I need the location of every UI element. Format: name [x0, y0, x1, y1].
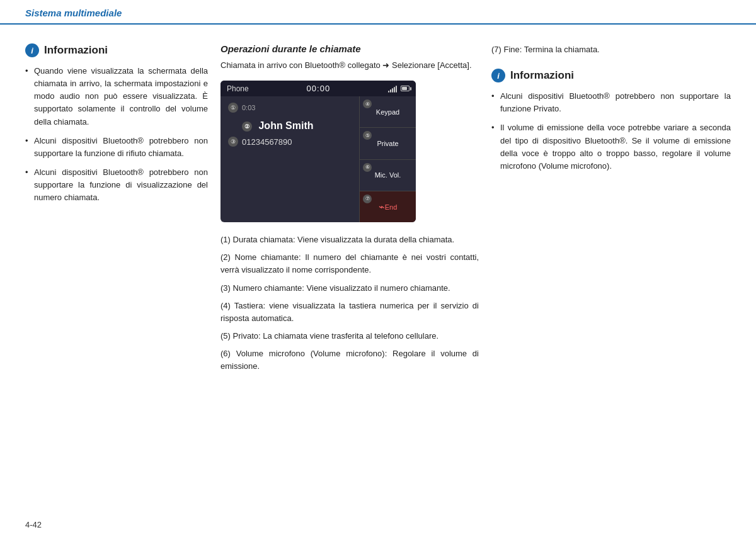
phone-caller-name: ② John Smith — [242, 120, 352, 132]
page-header: Sistema multimediale — [0, 0, 756, 25]
item-6-text: Volume microfono (Volume microfono): Reg… — [220, 349, 479, 371]
phone-btn-end[interactable]: ⑦ ⌁ End — [360, 191, 416, 222]
left-bullet-2: Alcuni dispositivi Bluetooth® potrebbero… — [25, 135, 208, 160]
left-bullet-3: Alcuni dispositivi Bluetooth® potrebbero… — [25, 166, 208, 204]
info-icon-left: i — [25, 43, 39, 57]
item-2-text: Nome chiamante: Il numero del chiamante … — [220, 252, 479, 274]
right-info-title: Informazioni — [510, 69, 574, 82]
right-column: (7) Fine: Termina la chiamata. i Informa… — [491, 43, 731, 378]
phone-body: ① 0:03 ② John Smith ③ 01234567890 ④ — [220, 96, 416, 222]
middle-column: Operazioni durante le chiamate Chiamata … — [220, 43, 491, 378]
item-5-text: Privato: La chiamata viene trasferita al… — [233, 331, 439, 341]
numbered-item-2: (2) Nome chiamante: Il numero del chiama… — [220, 251, 479, 276]
phone-caller-number: ③ 01234567890 — [228, 137, 352, 147]
item-6-num: (6) — [220, 349, 231, 358]
phone-screen-header: Phone 00:00 — [220, 81, 416, 96]
phone-left-panel: ① 0:03 ② John Smith ③ 01234567890 — [220, 96, 359, 222]
left-bullet-list: Quando viene visualizzata la schermata d… — [25, 65, 208, 204]
page-footer: 4-42 — [25, 520, 42, 529]
left-info-box-title: i Informazioni — [25, 43, 208, 57]
circle-num-1: ① — [228, 103, 238, 113]
item-3-text: Numero chiamante: Viene visualizzato il … — [233, 283, 450, 293]
battery-icon — [401, 86, 410, 91]
right-bullet-2: Il volume di emissione della voce potreb… — [491, 121, 731, 172]
numbered-item-4: (4) Tastiera: viene visualizzata la tast… — [220, 300, 479, 325]
info-icon-right: i — [491, 69, 505, 82]
left-column: i Informazioni Quando viene visualizzata… — [25, 43, 220, 378]
phone-btn-keypad[interactable]: ④ Keypad — [360, 96, 416, 128]
right-bullet-list: Alcuni dispositivi Bluetooth® potrebbero… — [491, 90, 731, 172]
numbered-item-1: (1) Durata chiamata: Viene visualizzata … — [220, 234, 479, 246]
item-1-text: Durata chiamata: Viene visualizzata la d… — [233, 235, 455, 244]
item-5-num: (5) — [220, 331, 231, 341]
numbered-list: (1) Durata chiamata: Viene visualizzata … — [220, 234, 479, 373]
circle-num-3: ③ — [228, 137, 238, 147]
phone-label: Phone — [227, 84, 249, 93]
phone-btn-private[interactable]: ⑤ Private — [360, 128, 416, 159]
item-7-text: (7) Fine: Termina la chiamata. — [491, 43, 731, 56]
phone-right-panel: ④ Keypad ⑤ Private ⑥ Mic. Vol. ⑦ ⌁ End — [359, 96, 416, 222]
item-3-num: (3) — [220, 283, 231, 293]
phone-status-icons — [388, 85, 410, 93]
numbered-item-3: (3) Numero chiamante: Viene visualizzato… — [220, 282, 479, 295]
section-intro: Chiamata in arrivo con Bluetooth® colleg… — [220, 59, 479, 72]
numbered-item-5: (5) Privato: La chiamata viene trasferit… — [220, 330, 479, 342]
circle-num-2: ② — [242, 121, 252, 132]
item-4-text: Tastiera: viene visualizzata la tastiera… — [220, 301, 479, 323]
section-title: Operazioni durante le chiamate — [220, 43, 479, 54]
phone-screen: Phone 00:00 — [220, 81, 416, 222]
left-bullet-1: Quando viene visualizzata la schermata d… — [25, 65, 208, 128]
header-title: Sistema multimediale — [25, 8, 122, 18]
page-number: 4-42 — [25, 520, 42, 529]
end-call-icon: ⌁ — [379, 201, 385, 213]
right-info-box-title: i Informazioni — [491, 69, 731, 82]
phone-duration: ① 0:03 — [228, 103, 352, 113]
main-content: i Informazioni Quando viene visualizzata… — [0, 25, 756, 390]
item-4-num: (4) — [220, 301, 231, 310]
signal-icon — [388, 85, 397, 93]
item-2-num: (2) — [220, 252, 231, 262]
right-bullet-1: Alcuni dispositivi Bluetooth® potrebbero… — [491, 90, 731, 115]
phone-time: 00:00 — [307, 84, 331, 93]
phone-btn-mic-vol[interactable]: ⑥ Mic. Vol. — [360, 160, 416, 191]
item-1-num: (1) — [220, 235, 231, 244]
left-info-title: Informazioni — [44, 44, 108, 57]
numbered-item-6: (6) Volume microfono (Volume microfono):… — [220, 347, 479, 373]
